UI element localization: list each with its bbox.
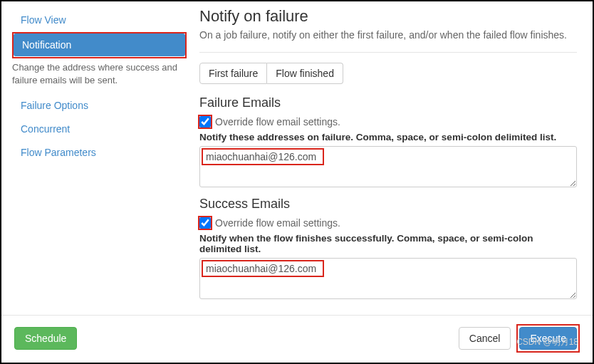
failure-emails-heading: Failure Emails — [199, 95, 577, 110]
page-subtitle: On a job failure, notify on either the f… — [199, 29, 577, 41]
first-failure-button[interactable]: First failure — [199, 63, 267, 84]
sidebar-description: Change the address where success and fai… — [12, 60, 187, 94]
success-override-label: Override flow email settings. — [215, 217, 340, 229]
page-title: Notify on failure — [199, 7, 577, 26]
sidebar-item-flow-parameters[interactable]: Flow Parameters — [12, 141, 187, 164]
failure-timing-group: First failure Flow finished — [199, 63, 343, 84]
cancel-button[interactable]: Cancel — [459, 327, 511, 350]
success-override-checkbox[interactable] — [199, 217, 211, 229]
divider — [199, 52, 577, 53]
failure-override-label: Override flow email settings. — [215, 116, 340, 128]
sidebar: Flow View Notification Change the addres… — [1, 1, 187, 315]
main-panel: Notify on failure On a job failure, noti… — [187, 1, 593, 315]
success-emails-textarea[interactable] — [199, 258, 577, 299]
failure-override-checkbox[interactable] — [199, 116, 211, 128]
failure-addresses-label: Notify these addresses on failure. Comma… — [199, 132, 577, 142]
execute-button[interactable]: Execute — [519, 327, 577, 350]
sidebar-item-failure-options[interactable]: Failure Options — [12, 94, 187, 117]
success-emails-heading: Success Emails — [199, 197, 577, 212]
success-addresses-label: Notify when the flow finishes successful… — [199, 233, 577, 254]
failure-emails-textarea[interactable] — [199, 146, 577, 187]
footer: Schedule Cancel Execute — [1, 315, 593, 363]
flow-finished-button[interactable]: Flow finished — [267, 63, 343, 84]
sidebar-item-notification[interactable]: Notification — [14, 33, 185, 56]
sidebar-item-concurrent[interactable]: Concurrent — [12, 118, 187, 140]
schedule-button[interactable]: Schedule — [14, 327, 77, 350]
sidebar-item-flow-view[interactable]: Flow View — [12, 9, 187, 31]
